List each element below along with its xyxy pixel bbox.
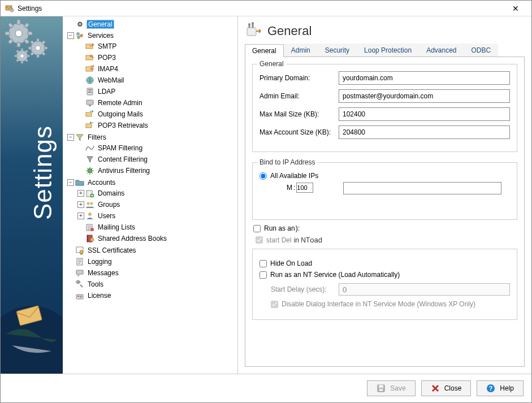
save-icon <box>377 384 386 393</box>
start-delay-input <box>339 283 510 296</box>
expand-icon[interactable]: + <box>77 201 84 208</box>
tree-item-logging[interactable]: Logging <box>66 257 237 267</box>
logging-icon <box>75 257 84 266</box>
tab-odbc[interactable]: ODBC <box>464 44 499 57</box>
mail-out-icon <box>85 42 94 51</box>
tree-item-ssl[interactable]: SSL Certificates <box>66 245 237 255</box>
group-nt-service: Hide On Load Run as an NT Service (Load … <box>252 249 517 320</box>
svg-rect-64 <box>77 296 79 297</box>
tree-item-messages[interactable]: Messages <box>66 268 237 278</box>
svg-rect-17 <box>44 47 47 49</box>
svg-point-13 <box>36 46 40 50</box>
tree-item-antivirus[interactable]: Antivirus Filtering <box>76 166 237 176</box>
tree-item-pop3[interactable]: POP3 <box>76 53 237 63</box>
svg-point-34 <box>76 32 80 36</box>
tree-item-ldap[interactable]: LDAP <box>76 86 237 97</box>
bind-all-ips-label: All Available IPs <box>270 172 318 180</box>
svg-point-52 <box>90 202 93 205</box>
help-button[interactable]: ? Help <box>477 380 524 396</box>
max-mail-size-input[interactable] <box>339 107 510 121</box>
messages-icon <box>75 268 84 278</box>
svg-point-58 <box>90 238 94 241</box>
svg-rect-26 <box>15 55 17 57</box>
glitch-input[interactable] <box>296 183 313 193</box>
tree-item-outgoing[interactable]: Outgoing Mails <box>76 109 237 119</box>
svg-point-55 <box>90 228 94 231</box>
tree-item-remote-admin[interactable]: Remote Admin <box>76 98 237 108</box>
tree-item-imap4[interactable]: IMAP4 <box>76 64 237 74</box>
tree-item-mailing-lists[interactable]: Mailing Lists <box>76 222 237 232</box>
mailing-list-icon <box>85 223 94 232</box>
expand-icon[interactable]: + <box>77 190 84 197</box>
tree-item-content-filter[interactable]: Content Filtering <box>76 154 237 164</box>
close-icon[interactable]: ✕ <box>504 4 527 13</box>
svg-point-36 <box>77 36 80 39</box>
webmail-icon <box>85 76 94 85</box>
primary-domain-input[interactable] <box>339 71 510 85</box>
tree-item-license[interactable]: License <box>66 291 237 301</box>
ldap-icon <box>85 87 94 96</box>
tree-item-shared-address[interactable]: Shared Address Books <box>76 233 237 244</box>
tree-item-groups[interactable]: +Groups <box>76 200 237 210</box>
expand-icon[interactable]: + <box>77 213 84 219</box>
tab-loop-protection[interactable]: Loop Protection <box>357 44 419 57</box>
svg-rect-63 <box>76 294 83 299</box>
tree-item-tools[interactable]: Tools <box>66 279 237 289</box>
glitch-region: M: <box>270 182 510 205</box>
page-title: General <box>267 24 312 38</box>
tree-item-accounts[interactable]: −Accounts <box>66 177 237 188</box>
tab-admin[interactable]: Admin <box>284 44 318 57</box>
banner-title: Settings <box>29 125 57 220</box>
tree-item-pop3-retrievals[interactable]: POP3 Retrievals <box>76 120 237 131</box>
tree-item-general[interactable]: ⚙General <box>66 19 237 29</box>
svg-point-3 <box>15 30 22 37</box>
admin-email-input[interactable] <box>339 89 510 103</box>
filter-icon <box>75 133 84 142</box>
license-icon <box>75 291 84 300</box>
group-general-legend: General <box>257 60 286 68</box>
run-as-checkbox-fragment[interactable] <box>253 225 261 232</box>
collapse-icon[interactable]: − <box>67 134 74 141</box>
tools-icon <box>75 280 84 289</box>
tree-item-webmail[interactable]: WebMail <box>76 75 237 85</box>
run-as-service-label: Run as an NT Service (Load Automatically… <box>270 271 400 279</box>
tab-general[interactable]: General <box>245 44 284 57</box>
collapse-icon[interactable]: − <box>67 32 74 39</box>
collapse-icon[interactable]: − <box>67 179 74 186</box>
svg-rect-47 <box>86 124 92 128</box>
svg-point-53 <box>88 213 92 216</box>
close-button[interactable]: Close <box>421 380 472 396</box>
tree-item-domains[interactable]: +Domains <box>76 188 237 198</box>
tab-security[interactable]: Security <box>318 44 357 57</box>
tree-item-smtp[interactable]: SMTP <box>76 41 237 51</box>
svg-point-23 <box>20 54 24 58</box>
tree-item-filters[interactable]: −Filters <box>66 132 237 142</box>
svg-rect-43 <box>88 92 92 93</box>
bind-all-ips-radio[interactable] <box>259 172 267 180</box>
svg-point-51 <box>87 202 90 205</box>
svg-rect-15 <box>37 54 39 58</box>
svg-rect-6 <box>5 32 10 35</box>
tab-advanced[interactable]: Advanced <box>419 44 464 57</box>
gear-icon: ⚙ <box>75 20 84 29</box>
left-banner: Settings <box>1 16 63 374</box>
svg-rect-44 <box>86 100 93 105</box>
tree-item-services[interactable]: −Services <box>66 31 237 41</box>
hide-on-load-checkbox[interactable] <box>259 260 267 267</box>
run-as-service-checkbox[interactable] <box>259 271 267 279</box>
disable-dialog-label: Disable Dialog Interface in NT Service M… <box>282 300 475 308</box>
start-delay-label: Start Delay (secs): <box>271 285 339 293</box>
save-button[interactable]: Save <box>367 380 415 396</box>
mail-sync-icon <box>85 64 94 73</box>
spam-icon <box>85 144 94 153</box>
primary-domain-label: Primary Domain: <box>259 74 339 82</box>
pop3-ret-icon <box>85 121 94 130</box>
group-bind-legend: Bind to IP Address <box>257 158 318 166</box>
svg-rect-70 <box>379 389 383 391</box>
max-account-size-label: Max Account Size (KB): <box>259 128 339 136</box>
tree-item-spam[interactable]: SPAM Filtering <box>76 143 237 153</box>
in-nt-fragment: in NT <box>294 236 310 244</box>
max-account-size-input[interactable] <box>339 125 510 139</box>
nav-tree[interactable]: ⚙General −Services SMTP POP3 IMAP4 WebMa… <box>63 19 237 301</box>
tree-item-users[interactable]: +Users <box>76 211 237 221</box>
